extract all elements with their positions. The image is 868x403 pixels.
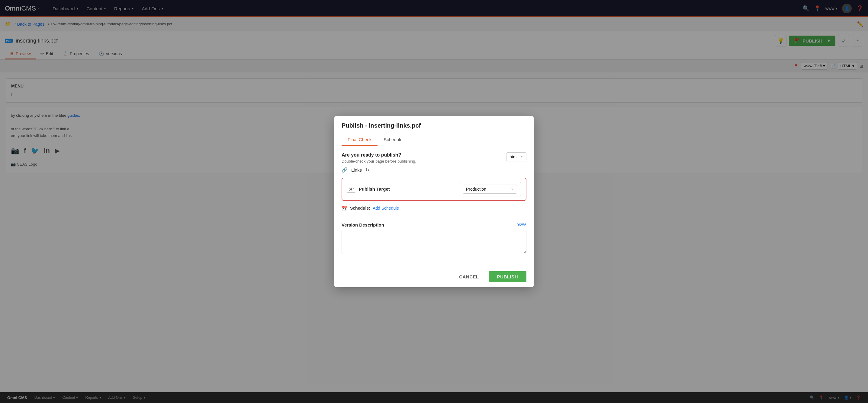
modal-header: Publish - inserting-links.pcf Final Chec… bbox=[334, 116, 534, 146]
refresh-icon[interactable]: ↻ bbox=[366, 167, 369, 173]
schedule-label: Schedule: bbox=[350, 206, 370, 210]
publish-target-select[interactable]: Production Staging Development bbox=[463, 184, 517, 194]
ready-text: Are you ready to publish? Double-check y… bbox=[342, 152, 416, 164]
modal-overlay[interactable]: Publish - inserting-links.pcf Final Chec… bbox=[0, 0, 868, 403]
ready-row: Are you ready to publish? Double-check y… bbox=[342, 152, 526, 164]
publish-target-label: Publish Target bbox=[359, 187, 459, 192]
modal-footer: CANCEL PUBLISH bbox=[334, 266, 534, 287]
add-schedule-link[interactable]: Add Schedule bbox=[373, 206, 399, 210]
link-icon: 🔗 bbox=[342, 167, 348, 173]
calendar-icon: 📅 bbox=[342, 205, 348, 211]
format-select[interactable]: html xml pdf bbox=[506, 152, 526, 161]
publish-subtext: Double-check your page before publishing… bbox=[342, 159, 416, 164]
version-label: Version Description bbox=[342, 222, 384, 228]
publish-target-section: 'A' Publish Target Production Staging De… bbox=[342, 178, 526, 201]
target-icon: 'A' bbox=[347, 186, 355, 193]
modal-tab-final-check[interactable]: Final Check bbox=[342, 134, 377, 146]
modal-tabs: Final Check Schedule bbox=[342, 134, 526, 146]
format-select-wrapper[interactable]: html xml pdf bbox=[506, 152, 526, 161]
publish-target-select-wrapper[interactable]: Production Staging Development bbox=[459, 182, 521, 196]
modal-body: Are you ready to publish? Double-check y… bbox=[334, 146, 534, 266]
links-row: 🔗 Links ↻ bbox=[342, 167, 526, 173]
publish-modal: Publish - inserting-links.pcf Final Chec… bbox=[334, 116, 534, 287]
publish-question: Are you ready to publish? bbox=[342, 152, 416, 158]
schedule-row: 📅 Schedule: Add Schedule bbox=[342, 205, 526, 211]
version-count: 0/256 bbox=[517, 223, 526, 227]
version-header: Version Description 0/256 bbox=[342, 222, 526, 228]
modal-title: Publish - inserting-links.pcf bbox=[342, 122, 526, 129]
cancel-button[interactable]: CANCEL bbox=[453, 271, 485, 282]
modal-publish-button[interactable]: PUBLISH bbox=[489, 271, 526, 282]
modal-tab-schedule[interactable]: Schedule bbox=[377, 134, 409, 146]
links-label: Links bbox=[351, 167, 362, 172]
version-description-textarea[interactable] bbox=[342, 230, 526, 254]
version-section: Version Description 0/256 bbox=[342, 222, 526, 255]
